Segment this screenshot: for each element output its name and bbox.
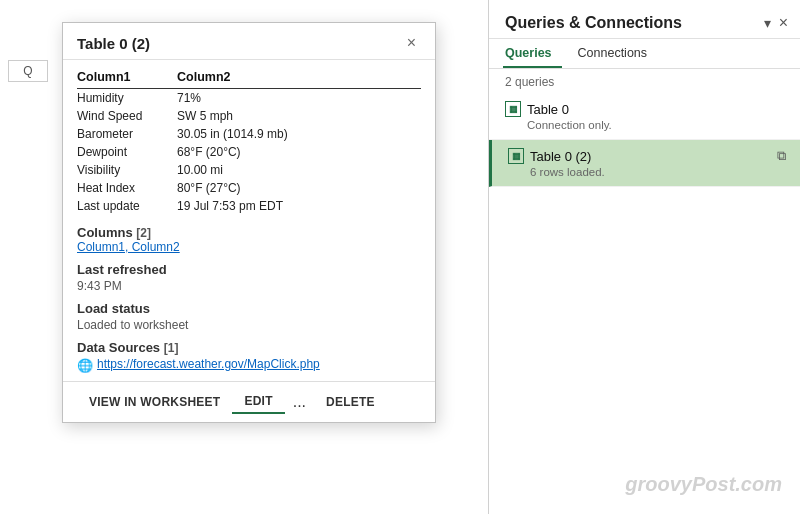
- qc-header: Queries & Connections ▾ ×: [489, 0, 800, 39]
- search-box[interactable]: Q: [8, 60, 48, 82]
- pin-icon[interactable]: ▾: [764, 15, 771, 31]
- load-status-label: Load status: [77, 301, 421, 316]
- load-status-section: Load status Loaded to worksheet: [77, 301, 421, 332]
- popup-title: Table 0 (2): [77, 35, 150, 52]
- search-label: Q: [23, 64, 32, 78]
- popup-header: Table 0 (2) ×: [63, 23, 435, 60]
- globe-icon: 🌐: [77, 358, 93, 373]
- qc-title: Queries & Connections: [505, 14, 682, 32]
- qc-item-name-0: Table 0: [527, 102, 569, 117]
- qc-list: ▦ Table 0 Connection only. ▦ Table 0 (2)…: [489, 93, 800, 514]
- last-refreshed-value: 9:43 PM: [77, 279, 421, 293]
- table-row: Heat Index80°F (27°C): [77, 179, 421, 197]
- table-icon-1: ▦: [508, 148, 524, 164]
- qc-item-name-1: Table 0 (2): [530, 149, 591, 164]
- qc-count: 2 queries: [489, 69, 800, 93]
- col2-header: Column2: [177, 68, 421, 89]
- popup-card: Table 0 (2) × Column1 Column2 Humidity71…: [62, 22, 436, 423]
- columns-section: Columns [2] Column1, Column2: [77, 225, 421, 254]
- qc-item-desc-1: 6 rows loaded.: [508, 166, 786, 178]
- table-row: Last update19 Jul 7:53 pm EDT: [77, 197, 421, 215]
- data-sources-label: Data Sources [1]: [77, 340, 421, 355]
- table-row: Humidity71%: [77, 89, 421, 108]
- col1-header: Column1: [77, 68, 177, 89]
- qc-header-icons: ▾ ×: [764, 14, 788, 32]
- close-button[interactable]: ×: [402, 33, 421, 53]
- table-row: Visibility10.00 mi: [77, 161, 421, 179]
- delete-button[interactable]: DELETE: [314, 391, 387, 413]
- qc-item-table0[interactable]: ▦ Table 0 Connection only.: [489, 93, 800, 140]
- close-panel-icon[interactable]: ×: [779, 14, 788, 32]
- more-options-button[interactable]: ...: [285, 391, 314, 413]
- qc-tabs: Queries Connections: [489, 39, 800, 69]
- view-in-worksheet-button[interactable]: VIEW IN WORKSHEET: [77, 391, 232, 413]
- table-row: Wind SpeedSW 5 mph: [77, 107, 421, 125]
- qc-item-table0-2[interactable]: ▦ Table 0 (2) ⧉ 6 rows loaded.: [489, 140, 800, 187]
- data-sources-section: Data Sources [1] 🌐 https://forecast.weat…: [77, 340, 421, 373]
- edit-button[interactable]: EDIT: [232, 390, 284, 414]
- data-sources-count: [1]: [164, 341, 179, 355]
- tab-queries[interactable]: Queries: [503, 39, 562, 68]
- table-row: Dewpoint68°F (20°C): [77, 143, 421, 161]
- qc-item-desc-0: Connection only.: [505, 119, 786, 131]
- popup-footer: VIEW IN WORKSHEET EDIT ... DELETE: [63, 381, 435, 422]
- tab-connections[interactable]: Connections: [576, 39, 658, 68]
- popup-body: Column1 Column2 Humidity71%Wind SpeedSW …: [63, 60, 435, 373]
- copy-icon[interactable]: ⧉: [777, 148, 786, 164]
- last-refreshed-label: Last refreshed: [77, 262, 421, 277]
- columns-value[interactable]: Column1, Column2: [77, 240, 180, 254]
- columns-count: [2]: [136, 226, 151, 240]
- last-refreshed-section: Last refreshed 9:43 PM: [77, 262, 421, 293]
- table-icon-0: ▦: [505, 101, 521, 117]
- table-row: Barometer30.05 in (1014.9 mb): [77, 125, 421, 143]
- data-table: Column1 Column2 Humidity71%Wind SpeedSW …: [77, 68, 421, 215]
- data-source-link[interactable]: https://forecast.weather.gov/MapClick.ph…: [97, 357, 320, 371]
- queries-connections-panel: Queries & Connections ▾ × Queries Connec…: [488, 0, 800, 514]
- columns-label: Columns [2]: [77, 225, 151, 240]
- load-status-value: Loaded to worksheet: [77, 318, 421, 332]
